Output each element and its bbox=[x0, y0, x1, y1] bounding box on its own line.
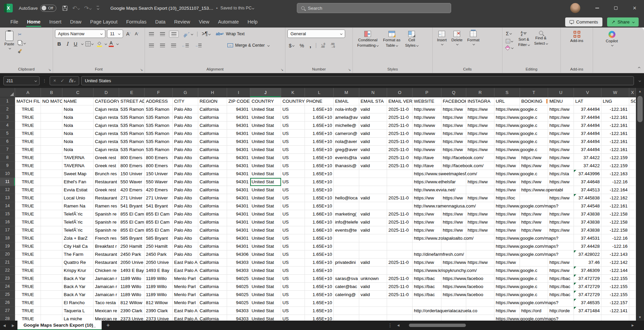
cell-U25[interactable]: https://bac bbox=[548, 291, 574, 299]
cell-C5[interactable]: Nola bbox=[62, 130, 94, 138]
cell-I19[interactable]: 94301 bbox=[227, 242, 250, 250]
column-header-Q[interactable]: Q bbox=[441, 88, 466, 97]
cell-G5[interactable]: Palo Alto bbox=[173, 130, 198, 138]
cell-G16[interactable]: Palo Alto bbox=[173, 218, 198, 226]
fill-button[interactable]: ↓ bbox=[504, 38, 515, 44]
cell-F11[interactable]: 550 Waver bbox=[145, 178, 173, 186]
cell-J11[interactable]: United Stat bbox=[250, 178, 281, 186]
copy-button[interactable] bbox=[16, 39, 27, 47]
cell-N3[interactable]: valid bbox=[359, 113, 387, 122]
cell-S9[interactable]: https://ww bbox=[494, 162, 520, 170]
cell-M5[interactable]: cameron@ bbox=[334, 130, 359, 138]
cell-K28[interactable]: US bbox=[281, 315, 305, 321]
cell-C19[interactable]: City Hall Ca bbox=[62, 242, 94, 250]
cell-N17[interactable]: valid bbox=[359, 226, 387, 234]
cell-A28[interactable]: TRUE bbox=[15, 315, 41, 321]
row-header-1[interactable]: 1 bbox=[0, 97, 15, 105]
column-header-I[interactable]: I bbox=[227, 88, 250, 97]
cell-P17[interactable]: https://ww bbox=[413, 226, 441, 234]
cell-B14[interactable] bbox=[41, 202, 62, 210]
cell-X24[interactable] bbox=[629, 283, 636, 291]
cell-J22[interactable]: United Stat bbox=[250, 267, 281, 275]
cell-A25[interactable]: TRUE bbox=[15, 291, 41, 299]
close-button[interactable]: × bbox=[625, 0, 644, 16]
cell-A14[interactable]: TRUE bbox=[15, 202, 41, 210]
cell-M1[interactable]: EMAIL bbox=[334, 97, 359, 105]
cell-T27[interactable]: https://ord bbox=[520, 307, 548, 315]
cell-A16[interactable]: TRUE bbox=[15, 218, 41, 226]
cell-Q16[interactable]: https://ww bbox=[441, 218, 466, 226]
cell-B27[interactable] bbox=[41, 307, 62, 315]
cell-H20[interactable]: California bbox=[198, 250, 227, 258]
row-header-13[interactable]: 13 bbox=[0, 194, 15, 202]
cell-U13[interactable]: https://ww bbox=[548, 194, 574, 202]
cell-N1[interactable]: EMAIL STA bbox=[359, 97, 387, 105]
cell-V23[interactable]: 37.472729 bbox=[574, 275, 601, 283]
scroll-right-icon[interactable]: ▶ bbox=[632, 324, 634, 327]
cell-R7[interactable]: https://ww bbox=[466, 146, 494, 154]
cell-H9[interactable]: California bbox=[198, 162, 227, 170]
cell-X20[interactable] bbox=[629, 250, 636, 258]
cell-B3[interactable] bbox=[41, 113, 62, 122]
decrease-indent-button[interactable]: ← bbox=[180, 42, 191, 49]
cell-L14[interactable]: 1.65E+10 bbox=[305, 202, 334, 210]
underline-button[interactable]: U bbox=[71, 40, 80, 47]
cell-I2[interactable]: 94301 bbox=[227, 105, 250, 113]
cell-K16[interactable]: US bbox=[281, 218, 305, 226]
minimize-button[interactable] bbox=[588, 0, 606, 16]
cell-S19[interactable]: https://www.google.com/maps? bbox=[494, 242, 520, 250]
cell-O25[interactable]: 2025-11-0 bbox=[387, 291, 413, 299]
cell-V22[interactable]: 37.46309 bbox=[574, 267, 601, 275]
cell-G22[interactable]: East Palo A bbox=[173, 267, 198, 275]
cell-P18[interactable]: https://www.zolapaloalto.com/ bbox=[413, 234, 441, 242]
row-header-27[interactable]: 27 bbox=[0, 307, 15, 315]
cell-F26[interactable]: 812 Willow bbox=[145, 299, 173, 307]
row-header-11[interactable]: 11 bbox=[0, 178, 15, 186]
cell-E11[interactable]: 550 Waver bbox=[119, 178, 145, 186]
prev-sheet-icon[interactable]: ◀ bbox=[0, 324, 9, 327]
cell-J20[interactable]: United Stat bbox=[250, 250, 281, 258]
cell-A26[interactable]: TRUE bbox=[15, 299, 41, 307]
cell-D13[interactable]: Restaurant bbox=[94, 194, 119, 202]
cell-V3[interactable]: 37.44494 bbox=[574, 113, 601, 122]
cell-K18[interactable]: US bbox=[281, 234, 305, 242]
cell-L20[interactable]: 1.65E+10 bbox=[305, 250, 334, 258]
cell-L10[interactable]: 1.65E+10 bbox=[305, 170, 334, 178]
cell-S25[interactable]: https://www.google.c bbox=[494, 291, 520, 299]
cell-M13[interactable]: hello@loca bbox=[334, 194, 359, 202]
cell-Q13[interactable]: https://ww bbox=[441, 194, 466, 202]
cell-C26[interactable]: El Rancho bbox=[62, 299, 94, 307]
cell-R13[interactable]: https://ww bbox=[466, 194, 494, 202]
align-top-button[interactable] bbox=[147, 31, 156, 37]
cell-E4[interactable]: 535 Ramon bbox=[119, 122, 145, 130]
cell-F13[interactable]: 271 Univer bbox=[145, 194, 173, 202]
cell-B20[interactable] bbox=[41, 250, 62, 258]
cell-G14[interactable]: Palo Alto bbox=[173, 202, 198, 210]
cell-P12[interactable]: http://www.evvia.net/ bbox=[413, 186, 441, 194]
cell-C8[interactable]: TAVERNA bbox=[62, 154, 94, 162]
cell-H22[interactable]: California bbox=[198, 267, 227, 275]
cell-A24[interactable]: TRUE bbox=[15, 283, 41, 291]
cell-S8[interactable]: https://ww bbox=[494, 154, 520, 162]
cell-J5[interactable]: United Stat bbox=[250, 130, 281, 138]
cell-X25[interactable] bbox=[629, 291, 636, 299]
cell-H2[interactable]: California bbox=[198, 105, 227, 113]
cell-S18[interactable]: https://www.google.com/maps? bbox=[494, 234, 520, 242]
cell-Q8[interactable]: http://facebook.com/ bbox=[441, 154, 466, 162]
cell-K4[interactable]: US bbox=[281, 122, 305, 130]
cell-O7[interactable]: 2025-11-0 bbox=[387, 146, 413, 154]
cell-C2[interactable]: Nola bbox=[62, 105, 94, 113]
column-header-B[interactable]: B bbox=[41, 88, 62, 97]
cell-G4[interactable]: Palo Alto bbox=[173, 122, 198, 130]
cell-L21[interactable]: 1.65E+10 bbox=[305, 258, 334, 267]
cell-P7[interactable]: http://www bbox=[413, 146, 441, 154]
cell-F22[interactable]: 1493 E Bay bbox=[145, 267, 173, 275]
cell-C12[interactable]: Evvia Estiat bbox=[62, 186, 94, 194]
font-name-select[interactable]: Aptos Narrow bbox=[55, 30, 105, 38]
cell-E21[interactable]: 2050 Unive bbox=[119, 258, 145, 267]
cell-L5[interactable]: 1.65E+10 bbox=[305, 130, 334, 138]
cell-I22[interactable]: 94303 bbox=[227, 267, 250, 275]
cell-I7[interactable]: 94301 bbox=[227, 146, 250, 154]
cell-Q6[interactable]: https://ww bbox=[441, 138, 466, 146]
cell-X18[interactable] bbox=[629, 234, 636, 242]
